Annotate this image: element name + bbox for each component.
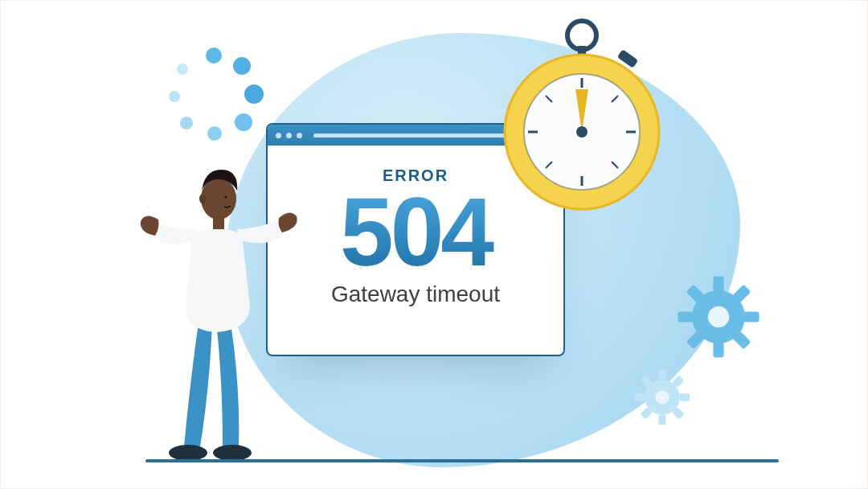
svg-rect-29: [658, 415, 665, 425]
svg-rect-20: [678, 311, 694, 322]
svg-point-41: [199, 194, 206, 203]
svg-rect-18: [713, 276, 723, 292]
person-shrugging-icon: [136, 146, 321, 467]
svg-point-38: [213, 445, 252, 461]
svg-rect-31: [680, 393, 690, 401]
svg-point-37: [169, 445, 207, 461]
svg-point-36: [655, 390, 669, 404]
window-dot-icon: [286, 133, 292, 138]
stopwatch-icon: [497, 15, 666, 216]
svg-rect-28: [658, 370, 665, 380]
svg-rect-30: [635, 393, 645, 401]
ground-line: [145, 459, 779, 462]
svg-rect-21: [743, 311, 760, 322]
gear-icon: [674, 273, 763, 361]
loading-spinner-icon: [166, 47, 262, 144]
gear-icon: [631, 366, 694, 429]
svg-rect-19: [713, 342, 723, 358]
error-illustration: ERROR 504 Gateway timeout: [1, 1, 867, 488]
svg-point-40: [201, 178, 236, 220]
window-dot-icon: [276, 133, 281, 138]
window-dot-icon: [297, 133, 302, 138]
svg-point-26: [708, 306, 729, 327]
svg-point-16: [576, 126, 588, 138]
svg-point-0: [567, 21, 596, 50]
svg-point-42: [224, 195, 227, 198]
